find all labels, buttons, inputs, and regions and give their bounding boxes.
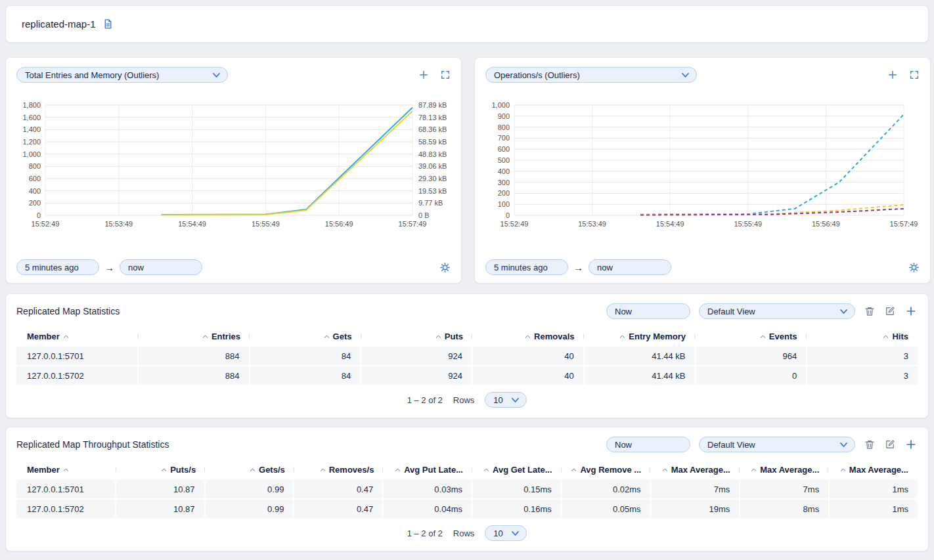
document-icon[interactable] bbox=[102, 18, 114, 30]
gear-icon[interactable] bbox=[908, 262, 920, 273]
sort-caret-icon bbox=[395, 467, 401, 472]
sort-caret-icon bbox=[63, 467, 69, 472]
column-header-puts[interactable]: Puts bbox=[361, 332, 473, 341]
svg-text:200: 200 bbox=[498, 189, 510, 197]
cell-entries: 884 bbox=[139, 366, 249, 385]
column-header-puts-s[interactable]: Puts/s bbox=[116, 465, 206, 475]
svg-text:1,600: 1,600 bbox=[22, 114, 41, 121]
chart-metric-select[interactable]: Total Entries and Memory (Outliers) bbox=[16, 67, 228, 83]
cell-member: 127.0.0.1:5702 bbox=[16, 366, 137, 385]
delete-view-icon[interactable] bbox=[864, 439, 876, 450]
chart-card-entries-memory: Total Entries and Memory (Outliers) 00 B… bbox=[5, 57, 462, 284]
time-picker-value: Now bbox=[615, 440, 632, 450]
column-header-max-average[interactable]: Max Average... bbox=[740, 465, 829, 475]
chart-card-operations: Operations/s (Outliers) 0100200300400500… bbox=[474, 57, 931, 284]
gear-icon[interactable] bbox=[439, 262, 451, 273]
svg-text:1,800: 1,800 bbox=[22, 101, 41, 109]
svg-text:68.36 kB: 68.36 kB bbox=[418, 125, 447, 133]
column-header-avg-remove[interactable]: Avg Remove ... bbox=[562, 465, 651, 475]
cell-max-average: 19ms bbox=[652, 500, 740, 518]
rows-label: Rows bbox=[453, 528, 475, 538]
time-from-input[interactable]: 5 minutes ago bbox=[485, 259, 568, 275]
column-header-gets-s[interactable]: Gets/s bbox=[205, 465, 294, 475]
cell-avg-put-late: 0.03ms bbox=[384, 480, 472, 498]
cell-events: 964 bbox=[696, 347, 807, 365]
delete-view-icon[interactable] bbox=[864, 305, 876, 317]
charts-row: Total Entries and Memory (Outliers) 00 B… bbox=[5, 57, 929, 284]
add-view-icon[interactable] bbox=[904, 438, 918, 451]
column-header-removals[interactable]: Removals bbox=[472, 332, 584, 341]
column-header-avg-get-late[interactable]: Avg Get Late... bbox=[472, 465, 562, 475]
cell-avg-get-late: 0.16ms bbox=[473, 500, 561, 518]
table-body: 127.0.0.1:570110.870.990.470.03ms0.15ms0… bbox=[16, 480, 918, 518]
cell-removals: 40 bbox=[473, 347, 583, 365]
cell-entry-memory: 41.44 kB bbox=[585, 366, 695, 385]
arrow-right-icon: → bbox=[573, 263, 583, 272]
column-header-entries[interactable]: Entries bbox=[139, 332, 250, 341]
cell-hits: 3 bbox=[807, 347, 918, 365]
chart-metric-select[interactable]: Operations/s (Outliers) bbox=[485, 67, 697, 83]
cell-puts: 924 bbox=[361, 347, 472, 365]
page-size-select[interactable]: 10 bbox=[485, 392, 527, 408]
page-size-value: 10 bbox=[493, 528, 502, 538]
sort-caret-icon bbox=[883, 334, 889, 339]
sort-caret-icon bbox=[840, 467, 846, 472]
cell-puts: 924 bbox=[361, 366, 472, 385]
fullscreen-icon[interactable] bbox=[909, 70, 920, 80]
time-to-input[interactable]: now bbox=[589, 259, 671, 275]
svg-text:600: 600 bbox=[498, 145, 510, 153]
arrow-right-icon: → bbox=[104, 263, 114, 272]
page-size-select[interactable]: 10 bbox=[485, 525, 527, 541]
table-header: MemberPuts/sGets/sRemoves/sAvg Put Late.… bbox=[16, 462, 918, 477]
sort-caret-icon bbox=[161, 467, 167, 472]
column-header-member[interactable]: Member bbox=[16, 465, 116, 475]
chevron-down-icon bbox=[511, 530, 520, 536]
svg-text:300: 300 bbox=[498, 179, 510, 186]
column-header-hits[interactable]: Hits bbox=[807, 332, 918, 341]
time-picker-input[interactable]: Now bbox=[606, 303, 690, 319]
view-select[interactable]: Default View bbox=[699, 437, 855, 452]
cell-gets-s: 0.99 bbox=[206, 480, 294, 498]
pagination-range: 1 – 2 of 2 bbox=[407, 395, 443, 405]
column-header-max-average[interactable]: Max Average... bbox=[650, 465, 740, 475]
column-header-gets[interactable]: Gets bbox=[250, 332, 361, 341]
chevron-down-icon bbox=[511, 397, 520, 403]
cell-max-average: 1ms bbox=[830, 480, 918, 498]
cell-removes-s: 0.47 bbox=[294, 500, 382, 518]
column-header-member[interactable]: Member bbox=[16, 332, 139, 341]
cell-events: 0 bbox=[696, 366, 807, 385]
rows-label: Rows bbox=[453, 395, 475, 405]
svg-text:29.30 kB: 29.30 kB bbox=[418, 175, 447, 183]
column-header-entry-memory[interactable]: Entry Memory bbox=[584, 332, 696, 341]
add-chart-icon[interactable] bbox=[887, 69, 899, 81]
time-from-value: 5 minutes ago bbox=[25, 263, 79, 272]
entries-memory-chart: 00 B2009.77 kB40019.53 kB60029.30 kB8003… bbox=[16, 98, 451, 234]
cell-gets: 84 bbox=[250, 347, 361, 365]
svg-text:9.77 kB: 9.77 kB bbox=[418, 199, 443, 207]
svg-text:1,400: 1,400 bbox=[22, 125, 41, 133]
sort-caret-icon bbox=[483, 467, 489, 472]
time-picker-input[interactable]: Now bbox=[606, 437, 690, 452]
add-chart-icon[interactable] bbox=[418, 69, 430, 81]
cell-max-average: 1ms bbox=[830, 500, 918, 518]
edit-view-icon[interactable] bbox=[884, 439, 896, 450]
fullscreen-icon[interactable] bbox=[440, 70, 451, 80]
column-header-avg-put-late[interactable]: Avg Put Late... bbox=[383, 465, 472, 475]
view-select[interactable]: Default View bbox=[699, 303, 855, 319]
svg-text:48.83 kB: 48.83 kB bbox=[418, 150, 447, 158]
table-row: 127.0.0.1:5702884849244041.44 kB03 bbox=[16, 366, 918, 385]
edit-view-icon[interactable] bbox=[884, 305, 896, 317]
column-header-events[interactable]: Events bbox=[695, 332, 807, 341]
time-to-input[interactable]: now bbox=[120, 259, 202, 275]
view-select-value: Default View bbox=[707, 307, 755, 316]
svg-text:1,200: 1,200 bbox=[22, 138, 41, 146]
add-view-icon[interactable] bbox=[904, 305, 918, 318]
view-select-value: Default View bbox=[707, 440, 755, 450]
column-header-max-average[interactable]: Max Average... bbox=[828, 465, 918, 475]
sort-caret-icon bbox=[324, 334, 330, 339]
chevron-down-icon bbox=[681, 72, 690, 78]
time-from-input[interactable]: 5 minutes ago bbox=[16, 259, 99, 275]
column-header-removes-s[interactable]: Removes/s bbox=[294, 465, 384, 475]
series-gets-per-sec bbox=[640, 205, 904, 215]
svg-text:0 B: 0 B bbox=[418, 211, 430, 219]
